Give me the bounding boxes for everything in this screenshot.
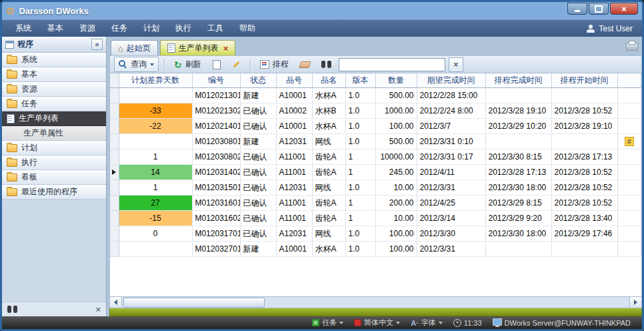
menu-item-3[interactable]: 资源: [71, 21, 103, 36]
query-button[interactable]: 查询: [114, 57, 159, 72]
minimize-button[interactable]: [567, 3, 587, 15]
menu-item-5[interactable]: 计划: [135, 21, 167, 36]
column-header[interactable]: [617, 73, 641, 88]
order-row[interactable]: M012021301新建A10001水杯A1.0500.002012/2/28 …: [110, 88, 641, 103]
arrow-left-icon: [114, 300, 117, 305]
sidebar-item-label: 最近使用的程序: [21, 186, 77, 198]
column-header[interactable]: 期望完成时间: [417, 73, 485, 88]
column-header[interactable]: 数量: [375, 73, 417, 88]
sidebar-item-label: 系统: [21, 54, 37, 65]
cell: 2012/4/11: [417, 165, 485, 180]
row-indicator-cell: [110, 88, 119, 103]
main-panel: ⌂ 起始页 生产单列表 × 查询: [109, 37, 642, 316]
cell: 齿轮A: [312, 165, 345, 180]
printer-icon[interactable]: [626, 43, 638, 51]
cell: 2012/3/28 10:52: [551, 180, 617, 196]
cell: 1.0: [345, 180, 375, 196]
cell: 已确认: [240, 119, 276, 134]
cell: 2012/2/24 8:00: [417, 103, 485, 119]
menu-item-2[interactable]: 基本: [39, 21, 71, 36]
cell: 2012/3/28 19:10: [485, 103, 551, 119]
sidebar-item[interactable]: 基本: [2, 67, 106, 82]
status-font-menu[interactable]: A· 字体: [406, 318, 447, 328]
sidebar-item[interactable]: 执行: [2, 155, 106, 170]
cell: A10001: [276, 242, 312, 257]
cell: 齿轮A: [312, 211, 345, 226]
column-header[interactable]: 品名: [312, 73, 345, 88]
order-row[interactable]: M012032701新建A10001水杯A1.0100.002012/3/31: [110, 242, 641, 257]
order-row[interactable]: -15M012031602已确认A11001齿轮A110.002012/3/14…: [110, 211, 641, 226]
folder-icon: [7, 159, 17, 167]
user-area[interactable]: Test User: [587, 24, 637, 33]
scroll-left-arrow[interactable]: [110, 297, 122, 308]
menu-item-4[interactable]: 任务: [103, 21, 135, 36]
order-row[interactable]: -22M012021401已确认A10001水杯A1.0100.002012/3…: [110, 119, 641, 134]
orders-grid: 计划差异天数编号状态品号品名版本数量期望完成时间排程完成时间排程开始时间M012…: [109, 73, 642, 297]
sidebar-item[interactable]: 计划: [2, 141, 106, 155]
column-header[interactable]: 编号: [192, 73, 240, 88]
find-binoculars-icon: [321, 61, 331, 68]
cell: 已确认: [240, 103, 276, 119]
row-indicator-cell: [110, 134, 119, 149]
cell: 网线: [312, 134, 345, 149]
status-language-menu[interactable]: 简体中文: [349, 318, 405, 328]
order-row[interactable]: 14M012031402已确认A11001齿轮A1245.002012/4/11…: [110, 165, 641, 180]
tab-start-page[interactable]: ⌂ 起始页: [111, 40, 158, 55]
menu-item-6[interactable]: 执行: [167, 21, 199, 36]
eraser-button[interactable]: [296, 60, 314, 69]
cell: A12031: [276, 180, 312, 196]
cell: 网线: [312, 226, 345, 242]
search-icon: [119, 60, 127, 69]
sidebar-footer-close-icon[interactable]: ×: [95, 305, 101, 314]
column-header[interactable]: 状态: [240, 73, 276, 88]
order-row[interactable]: -33M012021302已确认A10002水杯B1.01000.002012/…: [110, 103, 641, 119]
cell: [617, 119, 641, 134]
sidebar-item[interactable]: 系统: [2, 53, 106, 67]
find-binoculars-icon[interactable]: [7, 306, 17, 313]
sidebar-item[interactable]: 最近使用的程序: [2, 185, 106, 200]
scroll-right-arrow[interactable]: [629, 297, 641, 308]
column-header[interactable]: 排程开始时间: [551, 73, 617, 88]
order-row[interactable]: 1M012031501已确认A12031网线1.010.002012/3/312…: [110, 180, 641, 196]
doc-icon: [167, 43, 175, 53]
menu-item-7[interactable]: 工具: [199, 21, 231, 36]
menu-item-8[interactable]: 帮助: [231, 21, 263, 36]
order-row[interactable]: 0M012031701已确认A12031网线1.0100.002012/3/30…: [110, 226, 641, 242]
status-task-menu[interactable]: 任务: [307, 318, 348, 328]
note-marker[interactable]: #: [625, 137, 634, 146]
horizontal-scrollbar[interactable]: [109, 297, 642, 308]
tab-production-order-list[interactable]: 生产单列表 ×: [160, 40, 236, 55]
toolbar-search-input[interactable]: [339, 58, 445, 71]
order-row[interactable]: M012030801新建A12031网线1.0500.002012/3/31 0…: [110, 134, 641, 149]
sidebar-item[interactable]: 生产单列表: [2, 111, 106, 126]
sidebar-item[interactable]: 看板: [2, 170, 106, 185]
close-button[interactable]: ×: [610, 3, 638, 15]
scrollbar-thumb[interactable]: [123, 298, 265, 308]
column-header[interactable]: 排程完成时间: [485, 73, 551, 88]
cell: 已确认: [240, 196, 276, 211]
sidebar-item-label: 执行: [21, 157, 37, 168]
cell: [485, 134, 551, 149]
schedule-button[interactable]: 排程: [256, 57, 293, 71]
tab-close-icon[interactable]: ×: [223, 44, 229, 53]
cell: 2012/3/30: [417, 226, 485, 242]
program-panel-icon: [5, 41, 14, 49]
order-row[interactable]: 1M012030802已确认A11001齿轮A110000.002012/3/3…: [110, 149, 641, 165]
column-header[interactable]: 版本: [345, 73, 375, 88]
home-icon: ⌂: [118, 44, 123, 53]
sidebar-item[interactable]: 资源: [2, 82, 106, 97]
sidebar-item[interactable]: 任务: [2, 97, 106, 111]
sidebar-collapse-button[interactable]: «: [91, 39, 103, 50]
new-button[interactable]: [209, 59, 225, 71]
menu-item-1[interactable]: 系统: [7, 21, 39, 36]
refresh-button[interactable]: ↻ 刷新: [170, 57, 205, 71]
clear-search-button[interactable]: ×: [449, 57, 463, 72]
maximize-button[interactable]: [589, 3, 609, 15]
edit-button[interactable]: [228, 59, 245, 70]
find-button[interactable]: [317, 59, 335, 69]
column-header[interactable]: 品号: [276, 73, 312, 88]
sidebar-item[interactable]: 生产单属性: [2, 126, 106, 141]
order-row[interactable]: 27M012031601已确认A11001齿轮A1200.002012/4/25…: [110, 196, 641, 211]
column-header[interactable]: 计划差异天数: [119, 73, 192, 88]
cell: 2012/3/30 18:00: [485, 180, 551, 196]
